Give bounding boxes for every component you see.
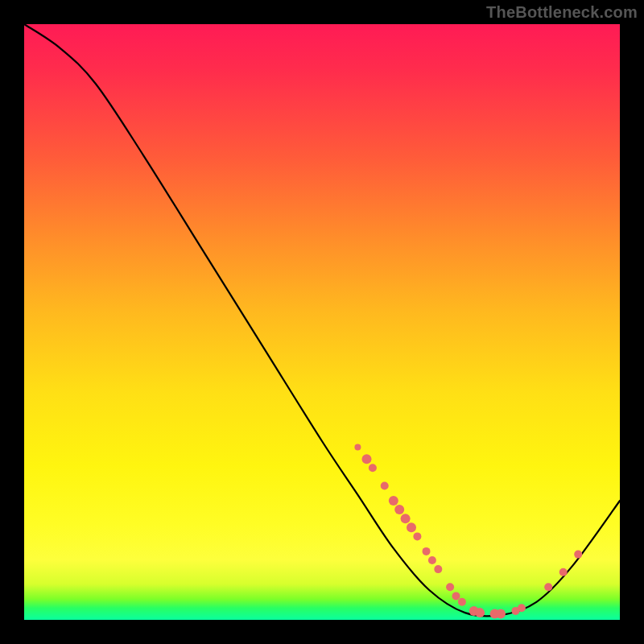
- data-marker: [423, 547, 431, 555]
- data-marker: [413, 532, 421, 540]
- data-marker: [381, 482, 389, 490]
- data-marker: [354, 444, 361, 450]
- data-marker: [446, 583, 454, 591]
- data-marker: [458, 598, 466, 606]
- data-marker: [518, 604, 526, 612]
- data-marker: [369, 464, 377, 472]
- data-marker: [475, 608, 485, 617]
- data-marker: [496, 609, 506, 619]
- data-marker: [407, 522, 416, 532]
- watermark-text: TheBottleneck.com: [486, 3, 638, 22]
- data-marker: [452, 592, 460, 600]
- data-marker: [362, 454, 372, 464]
- data-marker: [574, 551, 582, 559]
- data-marker: [401, 514, 411, 523]
- chart-svg: [24, 24, 620, 620]
- data-marker: [389, 496, 398, 506]
- data-marker: [544, 583, 552, 591]
- curve-line: [24, 24, 620, 616]
- plot-area: [24, 24, 620, 620]
- data-marker: [394, 505, 404, 514]
- data-marker: [559, 568, 568, 576]
- data-marker: [434, 565, 442, 573]
- data-marker: [428, 556, 436, 564]
- chart-frame: TheBottleneck.com: [0, 0, 644, 644]
